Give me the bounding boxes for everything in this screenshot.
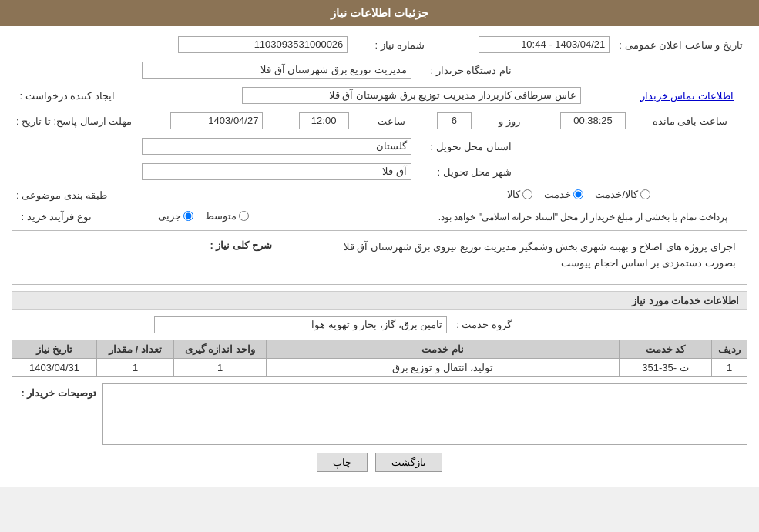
- row2-table: نام دستگاه خریدار : مدیریت توزیع برق شهر…: [12, 59, 747, 81]
- shomare-niaz-cell: 1103093531000026: [12, 34, 352, 55]
- row8-table: پرداخت تمام یا بخشی از مبلغ خریدار از مح…: [12, 208, 747, 226]
- tarikhalan-label: تاریخ و ساعت اعلان عمومی :: [614, 34, 747, 55]
- sharh-section: اجرای پروژه های اصلاح و بهبنه شهری بخش و…: [12, 230, 747, 285]
- tamas-kharidar-link[interactable]: اطلاعات تماس خریدار: [640, 90, 734, 102]
- print-button[interactable]: چاپ: [317, 453, 368, 472]
- grohe-table: گروه خدمت : تامین برق، گاز، بخار و تهویه…: [12, 314, 747, 336]
- ostan-label: استان محل تحویل :: [416, 136, 516, 157]
- table-cell: تولید، انتقال و توزیع برق: [267, 358, 620, 376]
- remain-time-label: ساعت باقی مانده: [640, 110, 732, 132]
- content-area: تاریخ و ساعت اعلان عمومی : 1403/04/21 - …: [0, 26, 759, 487]
- radio-jozei-input[interactable]: [183, 211, 193, 221]
- namdastgah-value: مدیریت توزیع برق شهرستان آق قلا: [142, 62, 411, 79]
- sharh-table: اجرای پروژه های اصلاح و بهبنه شهری بخش و…: [18, 237, 741, 274]
- etelaat-section-title: اطلاعات خدمات مورد نیاز: [12, 291, 747, 310]
- radio-kala-label: کالا: [507, 189, 520, 200]
- table-cell: 1: [174, 358, 267, 376]
- row5-table: استان محل تحویل : گلستان: [12, 136, 747, 157]
- shomare-niaz-value: 1103093531000026: [178, 36, 348, 53]
- row6-table: شهر محل تحویل : آق قلا: [12, 161, 747, 182]
- ijadkonande-value: عاس سرطافی کاربرداز مدیریت توزیع برق شهر…: [242, 87, 581, 104]
- namdastgah-label: نام دستگاه خریدار :: [416, 59, 516, 81]
- sharh-label: شرح کلی نیاز :: [18, 237, 277, 274]
- col-vahed: واحد اندازه گیری: [174, 340, 267, 358]
- page-title: جزئیات اطلاعات نیاز: [331, 6, 428, 19]
- col-radif: ردیف: [712, 340, 747, 358]
- radio-kala-input[interactable]: [522, 189, 532, 199]
- noe-farayand-text: پرداخت تمام یا بخشی از مبلغ خریدار از مح…: [438, 212, 727, 223]
- radio-jozei-label: جزیی: [158, 210, 181, 222]
- row3-table: اطلاعات تماس خریدار عاس سرطافی کاربرداز …: [12, 85, 747, 106]
- radio-kalavakhedmat-input[interactable]: [640, 189, 650, 199]
- tarikhalan-value: 1403/04/21 - 10:44: [479, 36, 610, 53]
- radio-khedmat[interactable]: خدمت: [544, 189, 583, 200]
- sharh-value: اجرای پروژه های اصلاح و بهبنه شهری بخش و…: [312, 239, 736, 272]
- radio-khedmat-input[interactable]: [573, 189, 583, 199]
- ijadkonande-label: ایجاد کننده درخواست :: [12, 85, 119, 106]
- page-header: جزئیات اطلاعات نیاز: [0, 0, 759, 26]
- col-kodkhedmat: کد خدمت: [620, 340, 712, 358]
- row4-table: ساعت باقی مانده 00:38:25 روز و 6 ساعت 12…: [12, 110, 747, 132]
- saat-label: ساعت: [363, 110, 411, 132]
- shahr-label: شهر محل تحویل :: [416, 161, 516, 182]
- table-cell: 1403/04/31: [12, 358, 97, 376]
- grohekhedmat-label: گروه خدمت :: [452, 314, 516, 336]
- grohekhedmat-value: تامین برق، گاز، بخار و تهویه هوا: [154, 316, 447, 333]
- saat-value: 12:00: [299, 112, 349, 129]
- row1-table: تاریخ و ساعت اعلان عمومی : 1403/04/21 - …: [12, 34, 747, 55]
- col-namkhedmat: نام خدمت: [267, 340, 620, 358]
- radio-kalavakhedmat[interactable]: کالا/خدمت: [595, 189, 650, 200]
- tabaqe-radio-group: کالا/خدمت خدمت کالا: [507, 189, 650, 200]
- ostan-value: گلستان: [142, 138, 411, 155]
- tosifat-section: توصیحات خریدار :: [12, 383, 747, 445]
- back-button[interactable]: بازگشت: [375, 453, 442, 472]
- table-cell: ت -35-351: [620, 358, 712, 376]
- col-tarikh: تاریخ نیاز: [12, 340, 97, 358]
- radio-motavaset-label: متوسط: [205, 210, 237, 222]
- farayand-radio-group: متوسط جزیی: [158, 210, 249, 222]
- date-value: 1403/04/27: [170, 112, 263, 129]
- table-cell: 1: [97, 358, 174, 376]
- col-tedad: تعداد / مقدار: [97, 340, 174, 358]
- radio-kala[interactable]: کالا: [507, 189, 532, 200]
- row7-table: کالا/خدمت خدمت کالا طبقه بندی موضوعی :: [12, 186, 747, 204]
- main-container: جزئیات اطلاعات نیاز تاریخ و ساعت اعلان ع…: [0, 0, 759, 487]
- radio-motavaset-input[interactable]: [239, 211, 249, 221]
- radio-jozei[interactable]: جزیی: [158, 210, 193, 222]
- radio-motavaset[interactable]: متوسط: [205, 210, 249, 222]
- radio-kalavakhedmat-label: کالا/خدمت: [595, 189, 638, 200]
- shahr-value: آق قلا: [142, 163, 411, 180]
- roz-label: روز و: [485, 110, 525, 132]
- shomare-niaz-label: شماره نیاز :: [352, 34, 429, 55]
- table-cell: 1: [712, 358, 747, 376]
- noefar-label: نوع فرآیند خرید :: [12, 208, 96, 226]
- services-table: ردیف کد خدمت نام خدمت واحد اندازه گیری ت…: [12, 340, 747, 377]
- roz-value: 6: [437, 112, 472, 129]
- button-bar: بازگشت چاپ: [12, 445, 747, 480]
- remain-time-value: 00:38:25: [560, 112, 626, 129]
- tarikhalan-value-cell: 1403/04/21 - 10:44: [460, 34, 614, 55]
- radio-khedmat-label: خدمت: [544, 189, 571, 200]
- table-row: 1ت -35-351تولید، انتقال و توزیع برق11140…: [12, 358, 747, 376]
- tosifat-label: توصیحات خریدار :: [12, 383, 96, 399]
- mohlat-label: مهلت ارسال پاسخ: تا تاریخ :: [12, 110, 136, 132]
- tosifat-box[interactable]: [102, 383, 747, 445]
- tabaqe-label: طبقه بندی موضوعی :: [12, 186, 112, 204]
